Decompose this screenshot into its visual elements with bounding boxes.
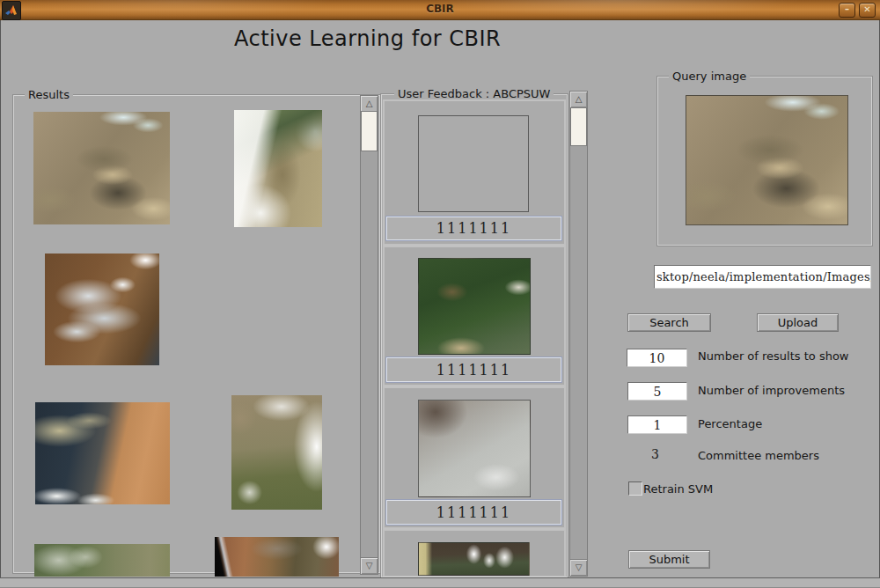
feedback-image-3 — [418, 400, 531, 497]
result-image-5 — [35, 402, 170, 504]
window-title: CBIR — [0, 3, 880, 15]
image-path-input[interactable] — [654, 265, 871, 289]
feedback-image-1 — [418, 115, 529, 212]
scroll-down-icon: ▽ — [366, 561, 373, 570]
results-scrollbar[interactable]: △ ▽ — [360, 95, 378, 575]
results-panel-label: Results — [25, 88, 73, 101]
results-scroll-down-button[interactable]: ▽ — [361, 557, 378, 574]
close-icon: ✕ — [863, 4, 870, 14]
feedback-image-4 — [418, 542, 530, 576]
feedback-panel: User Feedback : ABCPSUW — [380, 93, 568, 578]
result-image-6 — [231, 395, 322, 510]
app-window: CBIR – ✕ Active Learning for CBIR Result… — [0, 0, 880, 588]
feedback-item — [383, 386, 566, 529]
result-image-4 — [209, 259, 343, 363]
retrain-svm-checkbox[interactable] — [628, 481, 642, 496]
feedback-item — [383, 99, 566, 246]
page-title: Active Learning for CBIR — [234, 26, 501, 51]
minimize-icon: – — [845, 4, 849, 14]
result-image-2 — [234, 110, 322, 227]
retrain-svm-label: Retrain SVM — [643, 482, 713, 496]
submit-button[interactable]: Submit — [628, 550, 710, 569]
query-image-panel: Query image — [656, 76, 873, 246]
query-image-panel-label: Query image — [669, 70, 750, 83]
scroll-down-icon: ▽ — [576, 562, 583, 572]
feedback-scroll-up-button[interactable]: △ — [570, 92, 587, 108]
close-button[interactable]: ✕ — [859, 3, 876, 18]
feedback-scroll-down-button[interactable]: ▽ — [570, 559, 587, 576]
feedback-image-2 — [418, 258, 531, 355]
query-image — [686, 95, 848, 225]
result-image-1 — [33, 112, 170, 224]
improvements-input[interactable] — [627, 382, 687, 401]
feedback-item — [383, 529, 566, 577]
feedback-value-input-2[interactable] — [385, 356, 562, 383]
results-count-label: Number of results to show — [698, 349, 848, 363]
feedback-item — [383, 246, 566, 386]
search-button[interactable]: Search — [627, 313, 711, 332]
feedback-value-input-1[interactable] — [385, 216, 562, 241]
scroll-up-icon: △ — [366, 99, 373, 108]
results-scrollbar-thumb[interactable] — [361, 111, 378, 151]
result-image-7 — [34, 544, 170, 577]
feedback-panel-label: User Feedback : ABCPSUW — [394, 87, 554, 100]
percentage-input[interactable] — [627, 415, 687, 434]
result-image-3 — [45, 254, 159, 365]
percentage-label: Percentage — [698, 417, 762, 430]
committee-members-label: Committee members — [698, 449, 819, 462]
upload-button[interactable]: Upload — [757, 313, 839, 332]
minimize-button[interactable]: – — [839, 3, 855, 18]
scroll-up-icon: △ — [576, 94, 583, 104]
result-image-8 — [215, 537, 339, 577]
results-count-input[interactable] — [627, 349, 687, 367]
feedback-scrollbar[interactable]: △ ▽ — [569, 91, 588, 577]
improvements-label: Number of improvements — [698, 384, 845, 397]
titlebar[interactable]: CBIR – ✕ — [0, 0, 880, 20]
window-bottom-edge — [0, 577, 880, 588]
feedback-value-input-3[interactable] — [385, 499, 562, 526]
committee-members-value: 3 — [651, 447, 659, 461]
feedback-scrollbar-thumb[interactable] — [570, 107, 587, 146]
